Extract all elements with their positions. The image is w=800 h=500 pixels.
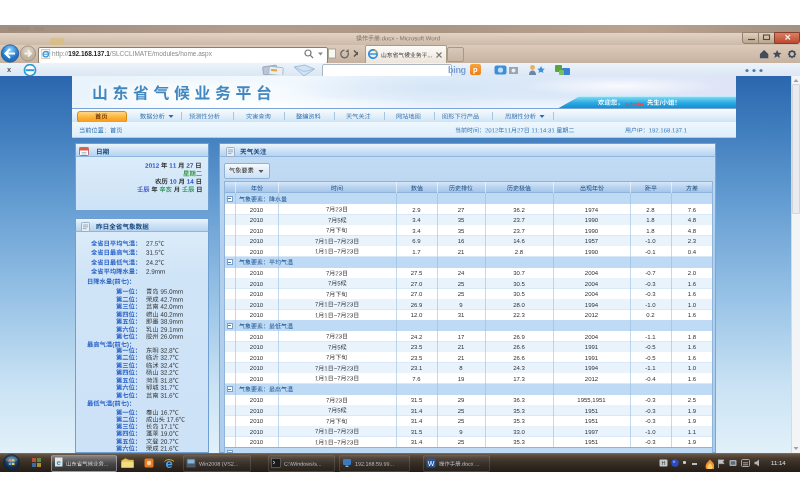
svg-text:W: W bbox=[428, 459, 435, 466]
svg-text:e: e bbox=[57, 458, 62, 467]
svg-text:H: H bbox=[662, 460, 666, 466]
svg-text:e: e bbox=[165, 457, 172, 469]
